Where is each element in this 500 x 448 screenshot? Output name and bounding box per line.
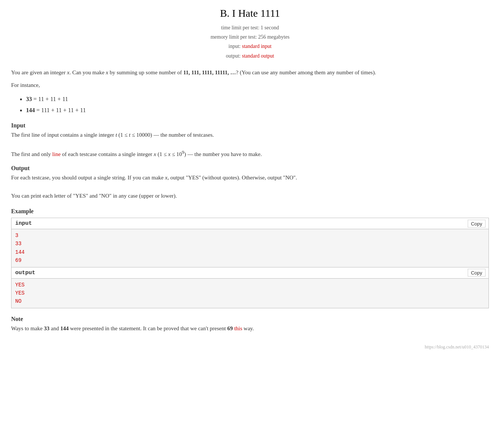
input-label: input <box>15 220 32 227</box>
time-limit: time limit per test: 1 second <box>11 23 489 32</box>
meta-info: time limit per test: 1 second memory lim… <box>11 23 489 61</box>
note-title: Note <box>11 316 489 322</box>
output-type: output: standard output <box>11 51 489 61</box>
example-title: Example <box>11 208 489 215</box>
output-line1: For each testcase, you should output a s… <box>11 173 489 182</box>
page-title: B. I Hate 1111 <box>11 7 489 19</box>
output-header-row: output Copy <box>12 267 489 278</box>
for-instance-label: For instance, <box>11 82 489 88</box>
example-item-2: 144 = 111 + 11 + 11 + 11 <box>26 105 489 116</box>
note-body: Ways to make 33 and 144 were presented i… <box>11 324 489 333</box>
input-data-cell: 3 33 144 69 <box>12 229 489 267</box>
copy-input-button[interactable]: Copy <box>468 220 486 227</box>
input-header-row: input Copy <box>12 218 489 229</box>
output-data-row: YES YES NO <box>12 278 489 308</box>
memory-limit: memory limit per test: 256 megabytes <box>11 32 489 42</box>
input-line1: The first line of input contains a singl… <box>11 130 489 140</box>
output-line2: You can print each letter of "YES" and "… <box>11 191 489 201</box>
input-data-row: 3 33 144 69 <box>12 229 489 267</box>
output-data-cell: YES YES NO <box>12 278 489 308</box>
input-line2: The first and only line of each testcase… <box>11 149 489 159</box>
input-header-cell: input Copy <box>12 218 489 229</box>
example-list: 33 = 11 + 11 + 11 144 = 111 + 11 + 11 + … <box>26 94 489 116</box>
input-section-body: The first line of input contains a singl… <box>11 130 489 159</box>
output-section-title: Output <box>11 165 489 172</box>
output-header-cell: output Copy <box>12 267 489 278</box>
copy-output-button[interactable]: Copy <box>468 269 486 277</box>
example-table: input Copy 3 33 144 69 output Copy YES Y… <box>11 218 489 308</box>
input-type: input: standard input <box>11 42 489 51</box>
input-section-title: Input <box>11 122 489 129</box>
footer-url: https://blog.csdn.net/u010_4370134 <box>11 344 489 350</box>
problem-intro: You are given an integer x. Can you make… <box>11 68 489 77</box>
example-item-1: 33 = 11 + 11 + 11 <box>26 94 489 105</box>
output-label: output <box>15 270 35 276</box>
output-section-body: For each testcase, you should output a s… <box>11 173 489 201</box>
